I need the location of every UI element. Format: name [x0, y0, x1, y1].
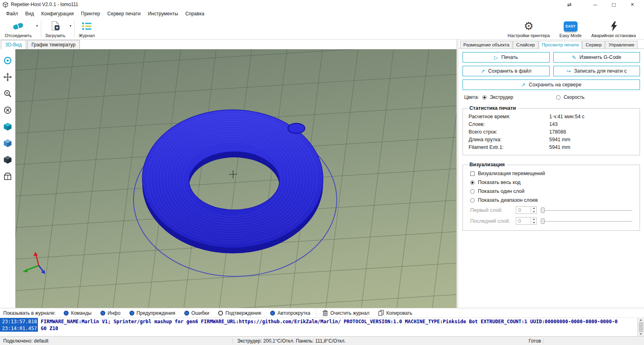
top-view-icon[interactable]: [3, 155, 13, 165]
print-preview-panel: ▷ Печать ✎ Изменить G-Code ↗ Сохранить в…: [459, 49, 644, 308]
emergency-stop-label: Аварийная остановка: [591, 33, 636, 38]
autoscroll-dot-icon: [270, 311, 275, 316]
easy-mode-button[interactable]: EASY Easy Mode: [556, 19, 584, 39]
first-layer-spinner[interactable]: 0: [516, 206, 537, 214]
print-icon: ▷: [494, 54, 498, 61]
menu-tools[interactable]: Инструменты: [144, 9, 182, 18]
zoom-view-icon[interactable]: [3, 89, 13, 98]
edit-gcode-label: Изменить G-Code: [579, 54, 621, 60]
maximize-button[interactable]: □: [604, 0, 623, 9]
stat-value: 143: [549, 121, 558, 127]
save-to-server-button[interactable]: ↗ Сохранить на сервере: [463, 79, 640, 90]
last-layer-slider-handle[interactable]: [541, 218, 545, 224]
toggle-info[interactable]: Инфо: [96, 308, 125, 318]
log-view: 23:13:57.818 FIRMWARE_NAME:Marlin V1; Sp…: [0, 318, 644, 336]
log-toggle-button[interactable]: Журнал: [76, 19, 98, 39]
show-layer-range-radio[interactable]: [470, 198, 475, 203]
menu-print-server[interactable]: Сервер печати: [104, 9, 144, 18]
first-layer-spin-buttons[interactable]: [531, 207, 536, 213]
edit-gcode-button[interactable]: ✎ Изменить G-Code: [553, 52, 640, 63]
tab-control[interactable]: Управление: [605, 41, 638, 48]
print-button[interactable]: ▷ Печать: [463, 52, 550, 63]
load-dropdown-caret[interactable]: ▾: [68, 19, 73, 39]
menu-help[interactable]: Справка: [182, 9, 208, 18]
show-complete-code-radio[interactable]: [470, 180, 475, 185]
last-layer-slider[interactable]: [541, 217, 632, 225]
tab-temperature-graph[interactable]: График температур: [27, 40, 80, 49]
show-bed-icon[interactable]: [3, 171, 13, 181]
3d-viewport[interactable]: [15, 49, 456, 308]
load-button[interactable]: Загрузить: [42, 19, 68, 39]
menu-view[interactable]: Вид: [22, 9, 38, 18]
show-complete-code-row: Показать весь код: [467, 178, 636, 187]
axes-indicator: [23, 252, 45, 274]
clear-log-button[interactable]: Очистить журнал: [319, 308, 373, 318]
menu-config[interactable]: Конфигурация: [38, 9, 77, 18]
tab-server[interactable]: Сервер: [582, 41, 605, 48]
disconnect-button[interactable]: Отсоединить: [2, 19, 35, 39]
tab-print-preview[interactable]: Просмотр печати: [539, 41, 582, 49]
tab-object-placement[interactable]: Размещение объекта: [460, 41, 513, 48]
disconnect-dropdown-caret[interactable]: ▾: [35, 19, 40, 39]
printer-settings-button[interactable]: ⚙ Настройки принтера: [505, 19, 553, 39]
first-layer-slider[interactable]: [541, 207, 632, 214]
save-to-file-label: Сохранить в файл: [488, 68, 531, 74]
speed-radio[interactable]: [556, 95, 561, 100]
easy-mode-label: Easy Mode: [559, 33, 581, 38]
copy-log-button[interactable]: Копировать: [374, 308, 417, 318]
scroll-up-icon[interactable]: [640, 319, 642, 321]
move-object-icon[interactable]: [3, 105, 13, 115]
move-view-icon[interactable]: [3, 72, 13, 82]
session-arrows-icon[interactable]: ⇄: [560, 0, 579, 9]
front-view-icon[interactable]: [3, 138, 13, 148]
stat-value: 5941 mm: [549, 144, 570, 150]
server-export-icon: ↗: [521, 82, 525, 88]
application-window: Repetier-Host V2.0.1 - lomo111 ⇄ — □ ✕ Ф…: [0, 0, 644, 345]
extruder-radio[interactable]: [482, 95, 487, 100]
close-button[interactable]: ✕: [623, 0, 642, 9]
connection-status: Подключено: default: [3, 338, 48, 344]
save-for-sd-button[interactable]: ↪ Записать для печати с: [553, 66, 640, 76]
show-travel-checkbox[interactable]: [470, 171, 475, 176]
first-layer-value: 0: [516, 207, 531, 213]
right-panel-tabs: Размещение объекта Слайсер Просмотр печа…: [459, 40, 644, 49]
toggle-warnings[interactable]: Предупреждения: [125, 308, 179, 318]
tab-3d-view[interactable]: 3D-Вид: [1, 40, 26, 49]
toggle-autoscroll[interactable]: Автопрокрутка: [266, 308, 314, 318]
scrollbar-thumb[interactable]: [639, 322, 643, 332]
tab-slicer[interactable]: Слайсер: [513, 41, 538, 48]
show-single-layer-radio[interactable]: [470, 189, 475, 194]
rotate-view-icon[interactable]: [3, 56, 13, 65]
edit-icon: ✎: [572, 54, 576, 61]
commands-dot-icon: [64, 311, 69, 316]
print-label: Печать: [501, 54, 518, 60]
scroll-down-icon[interactable]: [640, 333, 642, 335]
export-icon: ↗: [481, 68, 485, 74]
last-layer-spinner[interactable]: 0: [516, 217, 537, 225]
menu-file[interactable]: Файл: [2, 9, 22, 18]
first-layer-row: Первый слой: 0: [467, 205, 636, 215]
emergency-stop-button[interactable]: Аварийная остановка: [588, 19, 639, 39]
3d-scene: [15, 49, 456, 308]
toolbar-separator: [74, 21, 75, 37]
log-row: 23:13:57.818 FIRMWARE_NAME:Marlin V1; Sp…: [0, 318, 644, 325]
last-layer-value: 0: [516, 217, 531, 224]
easy-badge: EASY: [564, 21, 577, 32]
first-layer-slider-handle[interactable]: [541, 207, 545, 213]
info-label: Инфо: [108, 310, 121, 316]
menu-bar: Файл Вид Конфигурация Принтер Сервер печ…: [0, 9, 644, 19]
log-scrollbar[interactable]: [637, 318, 644, 336]
view-tool-rail: [0, 49, 15, 308]
toggle-ack[interactable]: Подтверждение: [214, 308, 265, 318]
log-icon: [81, 21, 92, 32]
toggle-commands[interactable]: Команды: [60, 308, 96, 318]
toggle-errors[interactable]: Ошибки: [180, 308, 214, 318]
last-layer-spin-buttons[interactable]: [531, 217, 536, 224]
minimize-button[interactable]: —: [586, 0, 604, 9]
stat-label: Всего строк:: [469, 129, 549, 135]
window-controls: ⇄ — □ ✕: [560, 0, 642, 9]
menu-printer[interactable]: Принтер: [77, 9, 104, 18]
isometric-view-icon[interactable]: [3, 122, 13, 132]
save-to-file-button[interactable]: ↗ Сохранить в файл: [463, 66, 550, 76]
last-layer-label: Последний слой:: [470, 218, 512, 224]
